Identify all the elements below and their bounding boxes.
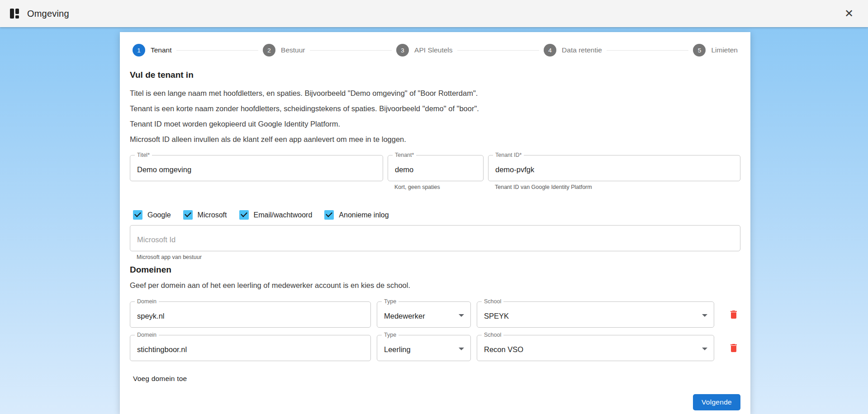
instruction-line: Microsoft ID alleen invullen als de klan… (130, 132, 740, 147)
checkbox-anonieme-inlog[interactable]: Anonieme inlog (324, 210, 389, 220)
step-bestuur[interactable]: 2 Bestuur (263, 44, 305, 56)
delete-domain-button[interactable] (728, 343, 739, 353)
checkbox-label: Microsoft (198, 211, 227, 219)
step-label: Limieten (711, 46, 738, 54)
titel-field: Titel* (130, 155, 383, 181)
microsoft-id-helper-text: Microsoft app van bestuur (137, 254, 740, 260)
domain-input[interactable] (130, 302, 370, 327)
step-data-retentie[interactable]: 4 Data retentie (544, 44, 602, 56)
domain-field: Domein (130, 301, 371, 328)
chevron-down-icon (702, 348, 707, 350)
step-number-badge: 5 (693, 44, 706, 56)
chevron-down-icon (459, 314, 464, 317)
instruction-line: Tenant ID moet worden gekopieerd uit Goo… (130, 116, 740, 132)
step-number-badge: 3 (396, 44, 409, 56)
step-label: Data retentie (562, 46, 602, 54)
step-number-badge: 2 (263, 44, 275, 56)
checkbox-checked-icon (133, 210, 142, 220)
instruction-line: Tenant is een korte naam zonder hoofdlet… (130, 101, 740, 116)
stepper-connector (310, 50, 392, 51)
add-domain-button[interactable]: Voeg domein toe (133, 375, 187, 383)
type-select[interactable]: Type Leerling (377, 335, 471, 361)
chevron-down-icon (459, 348, 464, 350)
tenant-id-helper-text: Tenant ID van Google Identity Platform (495, 184, 740, 190)
checkbox-label: Google (147, 211, 171, 219)
type-select-value: Medewerker (377, 309, 455, 320)
chevron-down-icon (702, 314, 707, 317)
trash-icon (728, 343, 739, 353)
domain-field-label: Domein (135, 332, 159, 338)
checkbox-microsoft[interactable]: Microsoft (183, 210, 227, 220)
tenant-instructions: Titel is een lange naam met hoofdletters… (130, 85, 740, 147)
school-select-value: SPEYK (477, 309, 698, 320)
microsoft-id-field (130, 225, 740, 251)
checkbox-checked-icon (239, 210, 249, 220)
stepper-connector (457, 50, 540, 51)
school-field-label: School (482, 332, 503, 338)
checkbox-label: Anonieme inlog (339, 211, 389, 219)
checkbox-email-wachtwoord[interactable]: Email/wachtwoord (239, 210, 313, 220)
tenant-helper-text: Kort, geen spaties (394, 184, 484, 190)
tenant-section-heading: Vul de tenant in (130, 70, 740, 80)
next-step-button[interactable]: Volgende (693, 394, 740, 410)
login-providers: Google Microsoft Email/wachtwoord Anonie… (133, 210, 740, 220)
page-title: Omgeving (27, 9, 69, 19)
step-number-badge: 1 (133, 44, 145, 56)
step-label: Bestuur (281, 46, 305, 54)
checkbox-google[interactable]: Google (133, 210, 171, 220)
type-field-label: Type (382, 332, 398, 338)
school-select[interactable]: School SPEYK (477, 301, 714, 328)
step-limieten[interactable]: 5 Limieten (693, 44, 738, 56)
wizard-stepper: 1 Tenant 2 Bestuur 3 API Sleutels 4 Data… (130, 42, 740, 58)
checkbox-checked-icon (324, 210, 334, 220)
instruction-line: Titel is een lange naam met hoofdletters… (130, 85, 740, 101)
checkbox-label: Email/wachtwoord (254, 211, 313, 219)
type-field-label: Type (382, 298, 398, 305)
checkbox-checked-icon (183, 210, 193, 220)
app-bar: Omgeving ✕ (0, 0, 868, 27)
domain-field: Domein (130, 335, 371, 361)
school-select[interactable]: School Recon VSO (477, 335, 714, 361)
domains-description: Geef per domein aan of het een leerling … (130, 281, 740, 290)
domain-row: Domein Type Leerling School Recon VSO (130, 335, 740, 361)
titel-field-label: Titel* (135, 152, 152, 158)
step-number-badge: 4 (544, 44, 556, 56)
trash-icon (728, 309, 739, 320)
tenant-id-field-label: Tenant ID* (493, 152, 524, 158)
type-select-value: Leerling (377, 343, 455, 354)
step-label: Tenant (151, 46, 172, 54)
step-label: API Sleutels (414, 46, 452, 54)
domain-input[interactable] (130, 335, 370, 361)
titel-input[interactable] (130, 155, 383, 181)
tenant-id-input[interactable] (489, 155, 740, 181)
tenant-field: Tenant* (388, 155, 484, 181)
step-api-sleutels[interactable]: 3 API Sleutels (396, 44, 452, 56)
app-logo-icon (9, 8, 20, 19)
close-icon[interactable]: ✕ (843, 6, 855, 21)
wizard-footer: Volgende (130, 394, 740, 414)
domain-field-label: Domein (135, 298, 159, 305)
microsoft-id-input[interactable] (130, 226, 740, 251)
school-select-value: Recon VSO (477, 343, 698, 354)
environment-wizard-modal: 1 Tenant 2 Bestuur 3 API Sleutels 4 Data… (120, 32, 750, 414)
tenant-field-label: Tenant* (393, 152, 416, 158)
school-field-label: School (482, 298, 503, 305)
domains-section-heading: Domeinen (130, 265, 740, 275)
step-tenant[interactable]: 1 Tenant (133, 44, 172, 56)
stepper-connector (607, 50, 689, 51)
stepper-connector (176, 50, 259, 51)
delete-domain-button[interactable] (728, 309, 739, 320)
tenant-input[interactable] (388, 155, 483, 181)
domain-row: Domein Type Medewerker School SPEYK (130, 301, 740, 328)
tenant-id-field: Tenant ID* (488, 155, 740, 181)
type-select[interactable]: Type Medewerker (377, 301, 471, 328)
